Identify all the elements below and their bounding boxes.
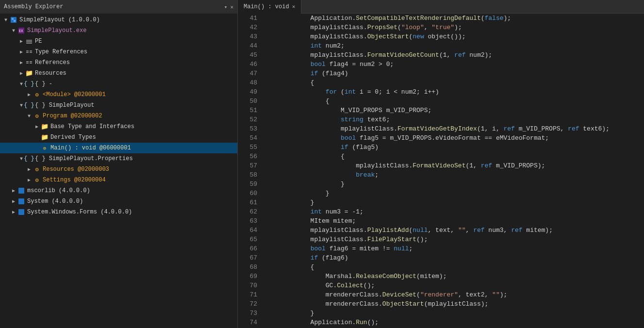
code-line: int num3 = -1; — [265, 207, 644, 216]
code-line: mplaylistClass.ObjectStart(new object())… — [265, 32, 644, 41]
tree-label-main-method: Main() : void @06000001 — [50, 145, 131, 151]
tree-item-namespace2[interactable]: ▼ { } { } SimplePlayout — [0, 100, 237, 111]
tree-item-namespace1[interactable]: ▼ { } { } - — [0, 79, 237, 89]
code-line: mrendererClass.DeviceSet("renderer", tex… — [265, 290, 644, 299]
tree-item-mscorlib[interactable]: ▶ mscorlib (4.0.0.0) — [0, 185, 237, 196]
code-line: for (int i = 0; i < num2; i++) — [265, 87, 644, 97]
tree-label-module: <Module> @02000001 — [43, 91, 106, 98]
tab-close-button[interactable]: ✕ — [292, 3, 296, 10]
code-area: 4142434445464748495051525354555657585960… — [238, 14, 644, 328]
tree-label-namespace2: { } SimplePlayout — [35, 102, 94, 109]
code-line: { — [265, 97, 644, 106]
code-line: GC.Collect(); — [265, 281, 644, 290]
namespace-icon3: { } — [25, 155, 33, 163]
system-win-forms-icon — [17, 208, 25, 216]
tree-item-system-win-forms[interactable]: ▶ System.Windows.Forms (4.0.0.0) — [0, 207, 237, 217]
expander-system[interactable]: ▶ — [10, 198, 17, 204]
code-line: { — [265, 78, 644, 87]
gear-icon2: ⚙ — [33, 112, 41, 120]
panel-header: Assembly Explorer ▾ ✕ — [0, 0, 237, 14]
svg-rect-5 — [26, 40, 32, 41]
svg-rect-11 — [30, 52, 32, 53]
tree-item-pe[interactable]: ▶ PE — [0, 36, 237, 47]
code-line: string text6; — [265, 115, 644, 124]
close-panel-button[interactable]: ✕ — [230, 4, 233, 10]
svg-rect-2 — [14, 20, 16, 22]
svg-rect-10 — [26, 52, 29, 53]
expander-pe[interactable]: ▶ — [17, 38, 25, 44]
expander-settings-class[interactable]: ▶ — [25, 177, 33, 183]
folder-icon: 📁 — [25, 69, 33, 77]
code-line: bool flag5 = m_VID_PROPS.eVideoFormat ==… — [265, 133, 644, 143]
system-icon — [17, 197, 25, 205]
tree-item-type-references[interactable]: ▶ Type References — [0, 47, 237, 57]
svg-rect-12 — [26, 61, 29, 62]
tree-label-simpleplayout-exe: SimplePlayout.exe — [27, 27, 86, 34]
tree-item-settings-class[interactable]: ▶ ⚙ Settings @02000004 — [0, 175, 237, 185]
pin-button[interactable]: ▾ — [224, 4, 228, 10]
expander-system-win-forms[interactable]: ▶ — [10, 209, 17, 215]
tree-item-program[interactable]: ▼ ⚙ Program @02000002 — [0, 111, 237, 121]
tree-item-resources-class[interactable]: ▶ ⚙ Resources @02000003 — [0, 164, 237, 175]
svg-rect-18 — [18, 209, 24, 215]
expander-mscorlib[interactable]: ▶ — [10, 188, 17, 194]
code-line: { — [265, 262, 644, 272]
code-line: int num2; — [265, 41, 644, 50]
code-line: mrendererClass.ObjectStart(mplaylistClas… — [265, 299, 644, 309]
code-line: MItem mitem; — [265, 216, 644, 226]
tree-item-simpleplayout-exe[interactable]: ▼ EX SimplePlayout.exe — [0, 25, 237, 36]
expander-simpleplayout-exe[interactable]: ▼ — [10, 28, 17, 33]
code-line: mplaylistClass.PlaylistAdd(null, text, "… — [265, 226, 644, 235]
svg-rect-15 — [30, 63, 32, 64]
expander-program[interactable]: ▼ — [25, 114, 33, 119]
tree-item-system[interactable]: ▶ System (4.0.0.0) — [0, 196, 237, 207]
tree-label-simpleplayout-root: SimplePlayout (1.0.0.0) — [19, 16, 100, 23]
namespace-icon2: { } — [25, 101, 33, 109]
code-line: mplaylistClass.FormatVideoSet(1, ref m_V… — [265, 161, 644, 170]
expander-base-type[interactable]: ▶ — [33, 124, 41, 130]
svg-rect-9 — [30, 50, 32, 51]
expander-resources-class[interactable]: ▶ — [25, 166, 33, 172]
tree-label-type-references: Type References — [35, 49, 87, 55]
tree-item-derived-types[interactable]: 📁 Derived Types — [0, 132, 237, 143]
pe-icon — [25, 37, 33, 45]
code-line: Marshal.ReleaseComObject(mitem); — [265, 272, 644, 281]
tree-label-program: Program @02000002 — [43, 113, 102, 119]
code-line: mplaylistClass.FormatVideoGetByIndex(1, … — [265, 124, 644, 133]
tab-main-method[interactable]: Main() : void ✕ — [238, 0, 301, 14]
code-line: bool flag4 = num2 > 0; — [265, 60, 644, 69]
tree-item-module[interactable]: ▶ ⚙ <Module> @02000001 — [0, 89, 237, 100]
tree-label-resources-class: Resources @02000003 — [43, 166, 109, 173]
tree-label-settings-class: Settings @02000004 — [43, 177, 106, 183]
tree-item-base-type[interactable]: ▶ 📁 Base Type and Interfaces — [0, 121, 237, 132]
svg-rect-13 — [30, 61, 32, 62]
svg-rect-14 — [26, 63, 29, 64]
svg-rect-7 — [26, 43, 32, 44]
tree-item-main-method[interactable]: ⊕ Main() : void @06000001 — [0, 143, 237, 153]
tree-label-derived-types: Derived Types — [50, 134, 96, 141]
tree-container: ▼ SimplePlayout (1.0.0.0) ▼ EX SimplePla… — [0, 14, 237, 328]
code-line: Application.Run(); — [265, 318, 644, 327]
expander-references[interactable]: ▶ — [17, 60, 25, 66]
tree-item-simpleplayout-root[interactable]: ▼ SimplePlayout (1.0.0.0) — [0, 15, 237, 25]
panel-actions: ▾ ✕ — [224, 4, 233, 10]
svg-rect-1 — [12, 18, 14, 20]
expander-resources-folder[interactable]: ▶ — [17, 70, 25, 76]
tree-label-mscorlib: mscorlib (4.0.0.0) — [27, 187, 90, 194]
code-line: } — [265, 189, 644, 198]
svg-rect-16 — [18, 188, 24, 194]
tree-item-references[interactable]: ▶ References — [0, 57, 237, 68]
code-line: mplaylistClass.FormatVideoGetCount(1, re… — [265, 50, 644, 60]
code-lines: Application.SetCompatibleTextRenderingDe… — [261, 14, 644, 328]
tree-item-resources-folder[interactable]: ▶ 📁 Resources — [0, 68, 237, 79]
method-icon: ⊕ — [41, 144, 49, 152]
tree-label-references: References — [35, 59, 70, 66]
code-line: mplaylistClass.FilePlayStart(); — [265, 235, 644, 244]
tree-item-namespace3[interactable]: ▼ { } { } SimplePlayout.Properties — [0, 153, 237, 164]
expander-module[interactable]: ▶ — [25, 92, 33, 98]
expander-type-references[interactable]: ▶ — [17, 49, 25, 55]
code-line: } — [265, 180, 644, 189]
namespace-icon1: { } — [25, 80, 33, 88]
expander-simpleplayout-root[interactable]: ▼ — [2, 17, 10, 23]
code-line: bool flag6 = mitem != null; — [265, 244, 644, 253]
